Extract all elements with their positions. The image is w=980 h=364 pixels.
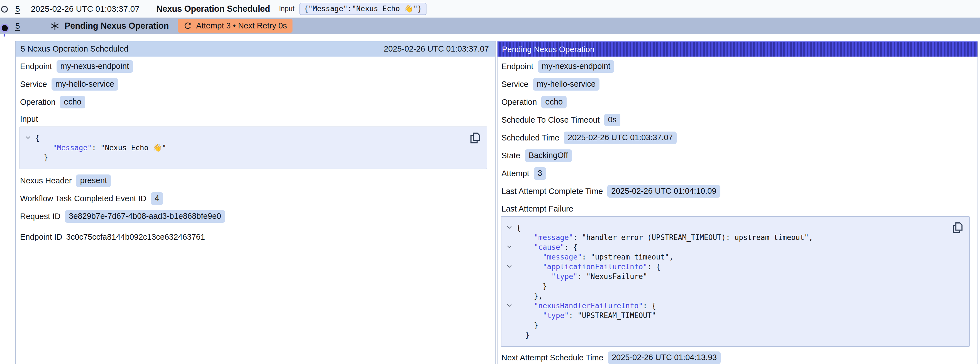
field-row-service: Service my-hello-service [20,78,488,91]
input-label: Input [279,5,294,13]
field-value-badge: my-nexus-endpoint [57,60,133,73]
field-row-endpoint: Endpoint my-nexus-endpoint [501,60,970,73]
state-badge: BackingOff [525,149,572,162]
field-row-endpoint-id: Endpoint ID 3c0c75ccfa8144b092c13ce63246… [20,230,488,243]
field-row-wft-completed-event-id: Workflow Task Completed Event ID 4 [20,192,488,205]
field-row-scheduled-time: Scheduled Time 2025-02-26 UTC 01:03:37.0… [501,131,970,144]
pending-operation-header-title: Pending Nexus Operation [502,45,595,54]
input-preview-badge: {"Message":"Nexus Echo 👋"} [299,3,426,15]
field-row-nexus-header: Nexus Header present [20,174,488,187]
json-line: "type": "NexusFailure" [506,272,950,281]
json-line-gutter [25,143,35,153]
field-label: Scheduled Time [501,133,559,142]
history-event-row[interactable]: 5 2025-02-26 UTC 01:03:37.07 Nexus Opera… [0,0,980,18]
event-detail-panel: 5 Nexus Operation Scheduled 2025-02-26 U… [15,41,496,364]
field-label: Last Attempt Complete Time [501,187,603,196]
event-id-link[interactable]: 5 [15,21,20,31]
pending-operation-row[interactable]: 5 Pending Nexus Operation Attempt 3 • Ne… [0,18,980,34]
json-line: "message": "handler error (UPSTREAM_TIME… [506,233,950,243]
json-line-gutter [506,330,517,340]
field-label: Request ID [20,212,60,221]
json-line-gutter [25,153,35,163]
field-value-badge: 0s [604,114,620,126]
field-label: Next Attempt Schedule Time [501,353,603,362]
input-json-block: { "Message": "Nexus Echo 👋" } [19,126,487,169]
json-line-gutter [506,233,517,243]
field-label: Schedule To Close Timeout [501,115,600,125]
endpoint-id-link[interactable]: 3c0c75ccfa8144b092c13ce632463761 [66,232,205,242]
last-attempt-failure-label: Last Attempt Failure [501,204,970,214]
copy-button[interactable] [469,132,482,144]
event-detail-title: 5 Nexus Operation Scheduled [21,44,129,54]
json-line: "Message": "Nexus Echo 👋" [25,143,467,153]
event-timestamp: 2025-02-26 UTC 01:03:37.07 [31,4,140,14]
field-row-request-id: Request ID 3e829b7e-7d67-4b08-aad3-b1e86… [20,210,488,223]
json-line-gutter [506,291,517,301]
field-row-service: Service my-hello-service [501,78,970,91]
json-line: "nexusHandlerFailureInfo": { [506,301,950,311]
collapse-chevron-icon[interactable] [506,301,517,311]
json-line-gutter [506,272,517,281]
json-line: } [506,330,950,340]
json-line: } [506,321,950,330]
field-row-last-attempt-complete-time: Last Attempt Complete Time 2025-02-26 UT… [501,185,970,198]
timeline-current-marker-icon [2,25,8,31]
json-line-gutter [506,281,517,291]
field-value-badge: my-hello-service [533,78,600,91]
pending-operation-header: Pending Nexus Operation [498,41,977,57]
failure-json-block: { "message": "handler error (UPSTREAM_TI… [501,216,970,347]
json-line-gutter [506,321,517,330]
field-row-next-attempt-schedule-time: Next Attempt Schedule Time 2025-02-26 UT… [501,351,970,364]
copy-button[interactable] [951,221,964,234]
field-value-badge: my-nexus-endpoint [538,60,614,73]
json-line: "applicationFailureInfo": { [506,262,950,272]
json-line: { [25,133,467,143]
field-label: Endpoint [20,62,52,71]
event-detail-time: 2025-02-26 UTC 01:03:37.07 [384,44,489,54]
json-line-gutter [506,311,517,321]
field-row-operation: Operation echo [20,96,488,109]
json-line: "message": "upstream timeout", [506,252,950,262]
json-line: }, [506,291,950,301]
event-id-link[interactable]: 5 [15,4,20,14]
field-row-schedule-to-close-timeout: Schedule To Close Timeout 0s [501,113,970,126]
field-row-operation: Operation echo [501,96,970,109]
json-line: { [506,223,950,233]
input-section-label: Input [20,115,488,124]
pending-operation-panel: Pending Nexus Operation Endpoint my-nexu… [497,41,978,364]
field-value-badge: 2025-02-26 UTC 01:04:13.93 [608,351,721,364]
attempt-retry-badge: Attempt 3 • Next Retry 0s [178,19,293,33]
collapse-chevron-icon[interactable] [506,243,517,252]
json-line: } [506,281,950,291]
field-value-badge: 3e829b7e-7d67-4b08-aad3-b1e868bfe9e0 [65,210,225,223]
field-row-state: State BackingOff [501,149,970,162]
field-label: Endpoint [501,62,533,71]
copy-icon [951,221,964,234]
field-label: State [501,151,520,160]
json-line: "cause": { [506,243,950,252]
field-value-badge: 3 [534,167,546,180]
field-label: Operation [501,97,537,107]
field-label: Nexus Header [20,176,72,185]
field-label: Endpoint ID [20,232,62,242]
field-label: Service [20,80,47,89]
json-line: "type": "UPSTREAM_TIMEOUT" [506,311,950,321]
field-value-badge: my-hello-service [51,78,118,91]
field-label: Service [501,80,528,89]
field-value-badge: 2025-02-26 UTC 01:04:10.09 [607,185,720,198]
pending-operation-title: Pending Nexus Operation [65,21,169,31]
json-line: } [25,153,467,163]
copy-icon [469,132,482,144]
timeline-event-marker-icon [1,6,8,13]
event-title: Nexus Operation Scheduled [156,4,270,14]
json-line-gutter [506,252,517,262]
collapse-chevron-icon[interactable] [25,133,35,143]
field-label: Attempt [501,169,529,178]
event-history-view: 5 2025-02-26 UTC 01:03:37.07 Nexus Opera… [0,0,980,364]
collapse-chevron-icon[interactable] [506,223,517,233]
field-label: Operation [20,97,56,107]
field-label: Workflow Task Completed Event ID [20,194,146,203]
collapse-chevron-icon[interactable] [506,262,517,272]
field-value-badge: echo [60,96,85,109]
field-value-badge: present [76,174,111,187]
